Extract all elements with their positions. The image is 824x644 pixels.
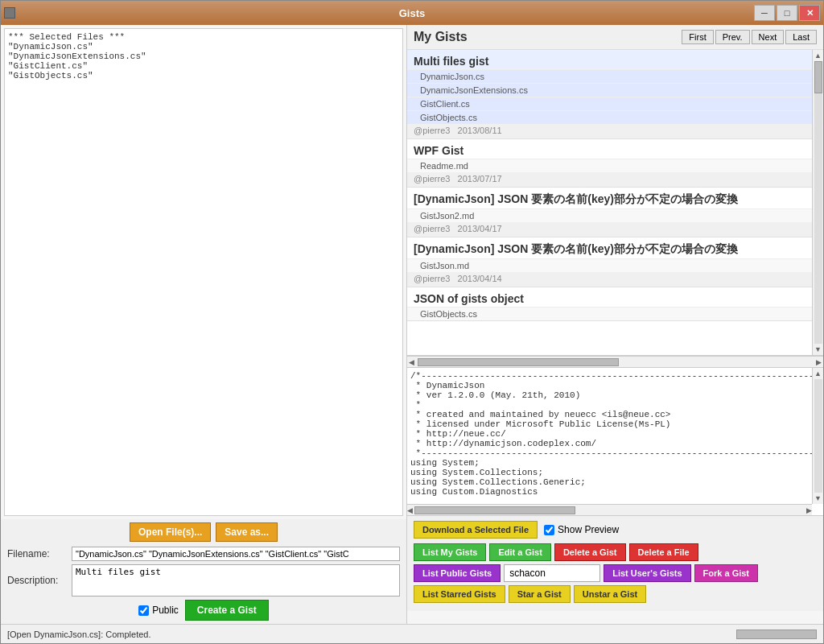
code-preview-panel: /*--------------------------------------… — [407, 367, 823, 516]
gist-title[interactable]: JSON of gists object — [407, 287, 823, 307]
preview-hscroll-right[interactable]: ▶ — [806, 506, 812, 514]
gist-list-hscrollbar[interactable]: ◀ ▶ — [407, 356, 823, 367]
hscroll-left-arrow[interactable]: ◀ — [409, 358, 414, 366]
gist-file[interactable]: GistJson.md — [407, 258, 823, 272]
left-panel: *** Selected Files *** "DynamicJson.cs" … — [1, 25, 407, 624]
list-starred-gists-button[interactable]: List Starred Gists — [414, 585, 505, 603]
last-button[interactable]: Last — [785, 30, 817, 44]
gist-file[interactable]: Readme.md — [407, 159, 823, 172]
file-action-buttons: Open File(s)... Save as... — [7, 522, 400, 542]
window-controls: ─ □ ✕ — [754, 5, 820, 21]
gist-file[interactable]: GistClient.cs — [407, 97, 823, 110]
gist-action-row-1: List My Gists Edit a Gist Delete a Gist … — [414, 543, 817, 561]
save-as-button[interactable]: Save as... — [216, 522, 278, 542]
list-my-gists-button[interactable]: List My Gists — [414, 543, 486, 561]
public-checkbox-label[interactable]: Public — [138, 605, 179, 616]
scroll-track — [814, 61, 822, 344]
gist-meta: @pierre3 2013/07/17 — [407, 172, 823, 187]
create-gist-button[interactable]: Create a Gist — [185, 600, 269, 621]
list-item[interactable]: Multi files gist DynamicJson.cs DynamicJ… — [407, 50, 823, 139]
maximize-button[interactable]: □ — [777, 5, 797, 21]
filename-input[interactable] — [72, 547, 400, 561]
list-item[interactable]: WPF Gist Readme.md @pierre3 2013/07/17 — [407, 139, 823, 188]
gist-file[interactable]: GistObjects.cs — [407, 110, 823, 124]
gist-list-header: My Gists First Prev. Next Last — [407, 25, 823, 50]
right-panel: My Gists First Prev. Next Last Multi fil… — [407, 25, 823, 624]
code-preview-content: /*--------------------------------------… — [407, 368, 823, 505]
scroll-down-arrow[interactable]: ▼ — [813, 344, 823, 355]
title-bar-left — [4, 7, 15, 19]
show-preview-label[interactable]: Show Preview — [544, 524, 619, 535]
preview-hscroll-left[interactable]: ◀ — [407, 506, 413, 514]
scroll-thumb[interactable] — [814, 61, 822, 93]
left-bottom-controls: Open File(s)... Save as... Filename: Des… — [1, 519, 406, 624]
star-gist-button[interactable]: Star a Gist — [509, 585, 571, 603]
gist-action-row-3: List Starred Gists Star a Gist Unstar a … — [414, 585, 817, 603]
username-input[interactable] — [504, 564, 600, 582]
gist-file[interactable]: DynamicJsonExtensions.cs — [407, 83, 823, 97]
gist-file[interactable]: DynamicJson.cs — [407, 69, 823, 83]
gist-meta: @pierre3 2013/04/14 — [407, 272, 823, 287]
download-row: Download a Selected File Show Preview — [414, 521, 817, 539]
list-item[interactable]: [DynamicJson] JSON 要素の名前(key)部分が不定の場合の変換… — [407, 188, 823, 237]
edit-gist-button[interactable]: Edit a Gist — [489, 543, 550, 561]
minimize-button[interactable]: ─ — [754, 5, 775, 21]
preview-scroll-up[interactable]: ▲ — [813, 368, 823, 379]
download-selected-button[interactable]: Download a Selected File — [414, 521, 538, 539]
preview-scroll-track — [814, 379, 822, 493]
show-preview-checkbox[interactable] — [544, 525, 554, 535]
public-label: Public — [152, 605, 179, 616]
next-button[interactable]: Next — [752, 30, 785, 44]
gist-title[interactable]: [DynamicJson] JSON 要素の名前(key)部分が不定の場合の変換 — [407, 237, 823, 258]
preview-hscrollbar[interactable]: ◀ ▶ — [407, 504, 812, 515]
title-bar: Gists ─ □ ✕ — [1, 1, 823, 25]
gist-title[interactable]: [DynamicJson] JSON 要素の名前(key)部分が不定の場合の変換 — [407, 188, 823, 208]
gist-list-scrollbar[interactable]: ▲ ▼ — [812, 50, 823, 355]
public-create-row: Public Create a Gist — [7, 600, 400, 621]
gist-action-row-2: List Public Gists List User's Gists Fork… — [414, 564, 817, 582]
list-users-gists-button[interactable]: List User's Gists — [604, 564, 690, 582]
my-gists-title: My Gists — [414, 30, 468, 44]
preview-scroll-down[interactable]: ▼ — [813, 493, 823, 504]
status-bar: [Open DynamicJson.cs]: Completed. — [1, 624, 823, 643]
list-public-gists-button[interactable]: List Public Gists — [414, 564, 501, 582]
prev-button[interactable]: Prev. — [715, 30, 750, 44]
fork-gist-button[interactable]: Fork a Gist — [694, 564, 758, 582]
status-message: [Open DynamicJson.cs]: Completed. — [7, 630, 151, 639]
app-icon — [4, 7, 15, 19]
unstar-gist-button[interactable]: Unstar a Gist — [574, 585, 646, 603]
public-checkbox[interactable] — [138, 605, 149, 616]
delete-file-button[interactable]: Delete a File — [629, 543, 698, 561]
description-label: Description: — [7, 575, 72, 586]
hscroll-thumb[interactable] — [418, 358, 619, 366]
list-item[interactable]: JSON of gists object GistObjects.cs — [407, 287, 823, 321]
hscroll-right-arrow[interactable]: ▶ — [816, 358, 822, 366]
main-content: *** Selected Files *** "DynamicJson.cs" … — [1, 25, 823, 624]
main-window: Gists ─ □ ✕ *** Selected Files *** "Dyna… — [0, 0, 824, 644]
gist-file[interactable]: GistObjects.cs — [407, 307, 823, 320]
scroll-up-arrow[interactable]: ▲ — [813, 50, 823, 61]
window-title: Gists — [399, 7, 426, 19]
description-input[interactable]: Multi files gist — [72, 564, 400, 597]
description-row: Description: Multi files gist — [7, 564, 400, 597]
close-button[interactable]: ✕ — [799, 5, 820, 21]
gist-meta: @pierre3 2013/08/11 — [407, 124, 823, 138]
preview-vscrollbar[interactable]: ▲ ▼ — [812, 368, 823, 504]
list-item[interactable]: [DynamicJson] JSON 要素の名前(key)部分が不定の場合の変換… — [407, 237, 823, 287]
preview-hscroll-thumb[interactable] — [414, 506, 575, 514]
right-bottom-controls: Download a Selected File Show Preview Li… — [407, 516, 823, 611]
first-button[interactable]: First — [682, 30, 713, 44]
filename-row: Filename: — [7, 547, 400, 561]
status-scrollbar[interactable] — [736, 630, 817, 639]
gist-title[interactable]: WPF Gist — [407, 139, 823, 159]
open-files-button[interactable]: Open File(s)... — [130, 522, 211, 542]
gist-meta: @pierre3 2013/04/17 — [407, 222, 823, 237]
gist-title[interactable]: Multi files gist — [407, 50, 823, 69]
show-preview-text: Show Preview — [558, 524, 619, 535]
filename-label: Filename: — [7, 548, 72, 559]
gist-file[interactable]: GistJson2.md — [407, 208, 823, 222]
gist-list[interactable]: Multi files gist DynamicJson.cs DynamicJ… — [407, 50, 823, 356]
selected-files-display: *** Selected Files *** "DynamicJson.cs" … — [4, 28, 403, 516]
delete-gist-button[interactable]: Delete a Gist — [554, 543, 626, 561]
navigation-buttons: First Prev. Next Last — [682, 30, 817, 44]
